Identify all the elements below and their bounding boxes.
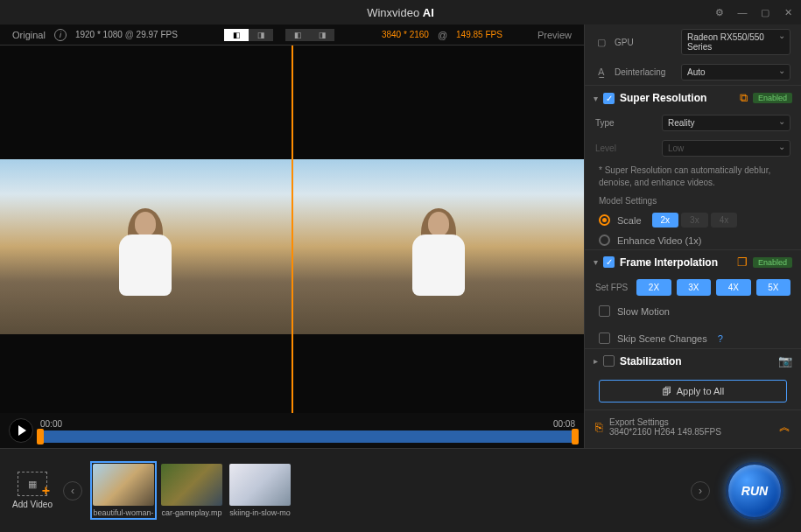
fps-5x-button[interactable]: 5X xyxy=(756,279,790,296)
prev-clip-button[interactable]: ‹ xyxy=(63,481,82,500)
app-title: Winxvideo AI xyxy=(367,6,434,19)
apply-icon: 🗐 xyxy=(662,386,671,396)
type-label: Type xyxy=(595,118,655,128)
info-icon[interactable]: i xyxy=(54,29,67,41)
gpu-icon: ▢ xyxy=(595,37,608,48)
preview-area xyxy=(0,46,584,413)
preview-header: Original i 1920 * 1080 @ 29.97 FPS ◧◨ ◧◨… xyxy=(0,24,584,46)
frames-icon[interactable]: ❐ xyxy=(737,256,748,269)
gpu-label: GPU xyxy=(615,38,674,47)
super-resolution-header[interactable]: ▾ ✓ Super Resolution ⧉ Enabled xyxy=(585,85,801,110)
export-icon: ⎘ xyxy=(595,420,602,434)
export-details: 3840*2160 H264 149.85FPS xyxy=(609,427,721,437)
original-preview xyxy=(0,46,292,413)
chevron-down-icon: ▾ xyxy=(594,94,598,103)
level-dropdown: Low xyxy=(662,140,790,157)
chevron-right-icon: ▸ xyxy=(594,356,598,366)
clip-list: beautiful-woman- car-gameplay.mp skiing-… xyxy=(93,464,291,517)
settings-panel: ▢ GPU Radeon RX550/550 Series A̲ Deinter… xyxy=(584,24,801,448)
close-icon[interactable]: ✕ xyxy=(780,4,796,20)
sr-hint: * Super Resolution can automatically deb… xyxy=(585,161,801,192)
set-fps-label: Set FPS xyxy=(595,283,628,292)
preview-label: Preview xyxy=(538,30,572,40)
chevron-down-icon: ▾ xyxy=(594,257,598,267)
clip-item[interactable]: skiing-in-slow-mo xyxy=(229,464,291,517)
timeline[interactable]: 00:00 00:08 xyxy=(40,419,575,443)
output-fps: 149.85 FPS xyxy=(456,30,502,39)
preview-panel: Original i 1920 * 1080 @ 29.97 FPS ◧◨ ◧◨… xyxy=(0,24,584,448)
stabilization-header[interactable]: ▸ Stabilization 📷 xyxy=(585,348,801,373)
output-resolution: 3840 * 2160 xyxy=(382,30,429,39)
export-settings-bar[interactable]: ⎘ Export Settings 3840*2160 H264 149.85F… xyxy=(585,410,801,444)
level-label: Level xyxy=(595,144,655,153)
skip-scene-checkbox[interactable] xyxy=(599,332,610,344)
bottom-bar: ▦ Add Video ‹ beautiful-woman- car-gamep… xyxy=(0,448,801,532)
camera-icon[interactable]: 📷 xyxy=(778,354,792,368)
scale-2x-button[interactable]: 2x xyxy=(652,213,679,228)
fi-status-badge: Enabled xyxy=(753,257,792,268)
fps-2x-button[interactable]: 2X xyxy=(636,279,671,296)
help-icon[interactable]: ? xyxy=(718,333,723,344)
external-icon[interactable]: ⧉ xyxy=(740,91,748,105)
minimize-icon[interactable]: — xyxy=(734,4,750,20)
trim-end-handle[interactable] xyxy=(572,429,579,444)
enhance-label: Enhance Video (1x) xyxy=(617,235,701,246)
scale-label: Scale xyxy=(617,215,642,226)
scale-3x-button[interactable]: 3x xyxy=(681,213,708,228)
enhance-radio[interactable] xyxy=(599,234,610,246)
stabilization-checkbox[interactable] xyxy=(603,355,615,367)
deinterlace-icon: A̲ xyxy=(595,66,608,78)
deinterlace-label: Deinterlacing xyxy=(615,67,674,77)
time-end: 00:08 xyxy=(553,419,575,429)
enhanced-preview xyxy=(293,46,585,413)
play-button[interactable] xyxy=(9,418,33,443)
clip-item[interactable]: beautiful-woman- xyxy=(93,464,154,517)
original-label: Original xyxy=(12,30,46,40)
slowmo-checkbox[interactable] xyxy=(599,305,610,317)
scale-4x-button[interactable]: 4x xyxy=(711,213,738,228)
gpu-dropdown[interactable]: Radeon RX550/550 Series xyxy=(681,29,790,55)
expand-icon[interactable]: ︽ xyxy=(779,419,790,435)
clip-item[interactable]: car-gameplay.mp xyxy=(161,464,222,517)
trim-start-handle[interactable] xyxy=(37,429,44,444)
fps-3x-button[interactable]: 3X xyxy=(677,279,711,296)
next-clip-button[interactable]: › xyxy=(691,481,710,500)
compare-toggle[interactable]: ◧◨ xyxy=(224,29,273,41)
apply-to-all-button[interactable]: 🗐 Apply to All xyxy=(599,380,787,402)
type-dropdown[interactable]: Reality xyxy=(662,115,790,131)
frame-interp-checkbox[interactable]: ✓ xyxy=(603,256,615,268)
original-resolution: 1920 * 1080 @ 29.97 FPS xyxy=(75,30,178,39)
compare-toggle-2[interactable]: ◧◨ xyxy=(285,29,334,41)
scale-radio[interactable] xyxy=(599,214,610,226)
export-title: Export Settings xyxy=(609,417,721,427)
deinterlace-dropdown[interactable]: Auto xyxy=(681,64,790,80)
sr-status-badge: Enabled xyxy=(753,93,792,103)
model-settings-label: Model Settings xyxy=(585,192,801,209)
add-video-button[interactable]: ▦ Add Video xyxy=(12,472,53,509)
skip-scene-label: Skip Scene Changes xyxy=(617,333,707,344)
settings-icon[interactable]: ⚙ xyxy=(712,4,727,20)
frame-interpolation-header[interactable]: ▾ ✓ Frame Interpolation ❐ Enabled xyxy=(585,249,801,274)
slowmo-label: Slow Motion xyxy=(617,306,670,317)
fps-4x-button[interactable]: 4X xyxy=(716,279,750,296)
add-video-icon: ▦ xyxy=(18,472,47,496)
maximize-icon[interactable]: ▢ xyxy=(757,4,773,20)
run-button[interactable]: RUN xyxy=(726,462,783,520)
timeline-row: 00:00 00:08 xyxy=(0,413,584,448)
time-start: 00:00 xyxy=(40,419,62,429)
titlebar: Winxvideo AI ⚙ — ▢ ✕ xyxy=(0,0,801,24)
super-resolution-checkbox[interactable]: ✓ xyxy=(603,93,615,104)
